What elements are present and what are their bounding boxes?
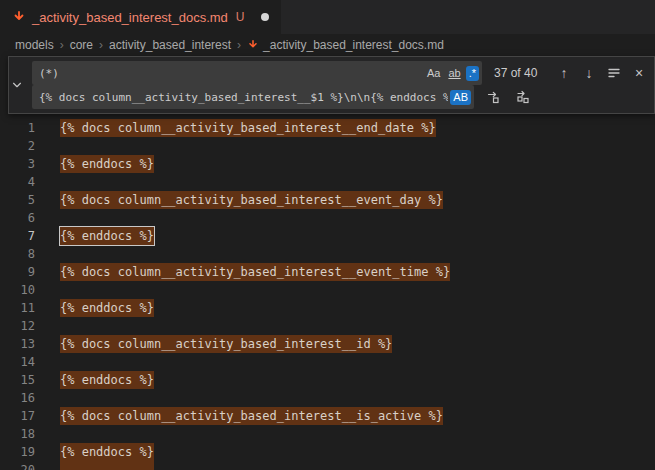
code-text: {% enddocs %} [60,155,154,173]
search-input[interactable] [39,61,422,85]
line-number: 11 [0,299,35,317]
code-line[interactable]: 10 [0,281,655,299]
line-number: 19 [0,443,35,461]
line-number: 1 [0,119,35,137]
tab-active-file[interactable]: _activity_based_interest_docs.md U [0,0,281,34]
preserve-case-toggle[interactable]: AB [450,90,471,105]
modified-dot-icon[interactable] [261,13,269,21]
line-number: 5 [0,191,35,209]
line-number: 2 [0,137,35,155]
code-lines: 1{% docs column__activity_based_interest… [0,119,655,470]
code-line[interactable]: 12 [0,317,655,335]
line-number: 8 [0,245,35,263]
results-count: 37 of 40 [494,66,550,80]
replace-all-button[interactable] [512,86,534,108]
file-icon [12,10,26,24]
file-icon [247,39,259,51]
breadcrumb-separator: › [99,38,103,52]
search-match-highlight: {% enddocs %} [60,371,154,389]
breadcrumb-item-core[interactable]: core [70,38,93,52]
search-match-current: {% enddocs %} [60,227,154,245]
code-text: {% enddocs %} [60,299,154,317]
code-line[interactable]: 18 [0,425,655,443]
line-number: 7 [0,227,35,245]
breadcrumb-item-file[interactable]: _activity_based_interest_docs.md [247,38,444,52]
code-text: {% enddocs %} [60,443,154,461]
line-number: 14 [0,353,35,371]
code-text: {% enddocs %} [60,371,154,389]
replace-icon [486,90,500,104]
breadcrumb-separator: › [60,38,64,52]
code-text: {% docs column__activity_based_interest_… [60,263,450,281]
close-icon: × [635,65,643,81]
line-number: 18 [0,425,35,443]
code-line[interactable]: 11{% enddocs %} [0,299,655,317]
code-line[interactable]: 6 [0,209,655,227]
git-status-badge: U [236,10,245,24]
code-text: {% docs column__activity_based_interest_… [60,119,436,137]
code-line[interactable]: 8 [0,245,655,263]
arrow-up-icon: ↑ [561,65,568,81]
code-line[interactable]: 17{% docs column__activity_based_interes… [0,407,655,425]
replace-input[interactable] [39,85,448,109]
breadcrumb-item-folder[interactable]: activity_based_interest [109,38,231,52]
search-match-highlight: {% docs column__activity_based_interest_… [60,191,443,209]
code-line[interactable]: 4 [0,173,655,191]
toggle-replace-button[interactable] [9,57,26,113]
code-line[interactable]: 15{% enddocs %} [0,371,655,389]
find-previous-button[interactable]: ↑ [553,62,575,84]
tab-filename: _activity_based_interest_docs.md [32,10,228,25]
selection-icon [607,66,621,80]
regex-toggle[interactable]: .* [466,66,479,81]
search-match-highlight: {% docs column__activity_based_interest_… [60,335,392,353]
find-next-button[interactable]: ↓ [578,62,600,84]
search-match-highlight: {% enddocs %} [60,299,154,317]
code-line[interactable]: 2 [0,137,655,155]
breadcrumb: models › core › activity_based_interest … [0,34,655,56]
search-match-highlight: {% enddocs %} [60,443,154,461]
search-match-highlight: {% docs column__activity_based_interest_… [60,263,450,281]
search-match-highlight: {% enddocs %} [60,155,154,173]
line-number: 16 [0,389,35,407]
code-text: {% enddocs %} [60,227,154,245]
line-number: 3 [0,155,35,173]
close-find-button[interactable]: × [628,62,650,84]
line-number: 9 [0,263,35,281]
tab-bar: _activity_based_interest_docs.md U [0,0,655,34]
code-line[interactable]: 3{% enddocs %} [0,155,655,173]
chevron-down-icon [11,79,23,91]
search-match-highlight: {% docs column__activity_based_interest_… [60,119,436,137]
code-line[interactable]: 16 [0,389,655,407]
code-line[interactable]: 9{% docs column__activity_based_interest… [0,263,655,281]
search-match-highlight: {% docs column__activity_based_interest_… [60,407,443,425]
code-line[interactable]: 13{% docs column__activity_based_interes… [0,335,655,353]
line-number: 20 [0,461,35,470]
code-text [60,461,154,470]
code-text: {% docs column__activity_based_interest_… [60,335,392,353]
code-line[interactable]: 1{% docs column__activity_based_interest… [0,119,655,137]
code-text: {% docs column__activity_based_interest_… [60,407,443,425]
line-number: 6 [0,209,35,227]
replace-button[interactable] [482,86,504,108]
breadcrumb-item-models[interactable]: models [15,38,54,52]
code-line[interactable]: 20 [0,461,655,470]
match-case-toggle[interactable]: Aa [424,66,443,81]
code-line[interactable]: 5{% docs column__activity_based_interest… [0,191,655,209]
find-in-selection-button[interactable] [603,62,625,84]
find-widget: Aa ab .* 37 of 40 ↑ ↓ × AB [8,56,655,114]
whole-word-toggle[interactable]: ab [445,66,463,81]
replace-field: AB [32,85,474,109]
arrow-down-icon: ↓ [586,65,593,81]
line-number: 17 [0,407,35,425]
search-field: Aa ab .* [32,61,482,85]
code-line[interactable]: 19{% enddocs %} [0,443,655,461]
line-number: 4 [0,173,35,191]
line-number: 13 [0,335,35,353]
line-number: 15 [0,371,35,389]
code-line[interactable]: 7{% enddocs %} [0,227,655,245]
code-text: {% docs column__activity_based_interest_… [60,191,443,209]
code-line[interactable]: 14 [0,353,655,371]
search-match-highlight [60,461,154,470]
replace-all-icon [516,90,530,104]
line-number: 12 [0,317,35,335]
